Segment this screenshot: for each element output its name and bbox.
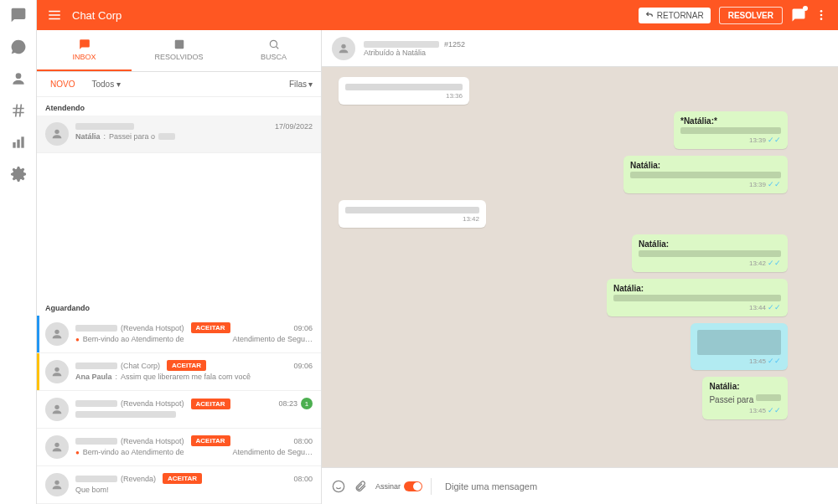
msg-sender: Natália: <box>630 161 781 170</box>
svg-rect-8 <box>174 40 184 49</box>
conv-preview: Bem-vindo ao Atendimento de <box>83 335 184 343</box>
queue-stripe <box>37 316 39 352</box>
contacts-icon[interactable] <box>10 70 27 87</box>
check-icon: ✓✓ <box>768 259 781 267</box>
msg-time: 13:45 <box>749 407 766 414</box>
avatar <box>45 360 69 383</box>
conv-agent: Natália <box>75 132 101 141</box>
conv-time: 08:00 <box>293 437 313 445</box>
ticket-number: #1252 <box>444 40 465 49</box>
more-icon[interactable] <box>815 8 828 22</box>
msg-time: 13:44 <box>749 304 766 311</box>
filter-all-label: Todos <box>91 80 114 89</box>
check-icon: ✓✓ <box>768 180 781 188</box>
composer: Assinar <box>322 467 838 504</box>
svg-point-12 <box>54 368 59 372</box>
svg-point-15 <box>54 481 59 485</box>
return-button[interactable]: RETORNAR <box>639 8 711 23</box>
messages: 13:36 *Natália:* 13:39✓✓ Natália: 13:39✓… <box>322 67 838 467</box>
bot-icon: ● <box>75 449 80 456</box>
svg-point-9 <box>270 40 277 47</box>
conversation-item[interactable]: (Revenda)ACEITAR 08:00 Que bom! <box>37 466 321 504</box>
avatar <box>45 322 69 346</box>
filter-queues-label: Filas <box>289 80 307 89</box>
stats-icon[interactable] <box>10 134 27 151</box>
conversation-item[interactable]: 17/09/2022 Natália: Passei para o <box>37 116 321 153</box>
conv-preview: Assim que liberarem me fala com você <box>121 373 251 381</box>
chat-icon[interactable] <box>10 7 27 23</box>
accept-button[interactable]: ACEITAR <box>163 473 202 484</box>
msg-sender: Natália: <box>639 239 781 249</box>
inbox-icon <box>79 39 91 50</box>
conv-preview: Bem-vindo ao Atendimento de <box>83 448 184 456</box>
attach-icon[interactable] <box>354 480 367 493</box>
notification-icon[interactable] <box>791 8 806 23</box>
check-icon: ✓✓ <box>768 357 781 365</box>
message-out: Natália: Passei para 13:45✓✓ <box>702 377 788 419</box>
tab-search[interactable]: BUSCA <box>226 30 321 71</box>
message-input[interactable] <box>440 476 828 496</box>
hash-icon[interactable] <box>10 102 27 119</box>
conversation-item[interactable]: (Revenda Hotspot)ACEITAR 08:00 ●Bem-vind… <box>37 429 321 466</box>
blurred-name <box>75 123 134 130</box>
svg-point-14 <box>54 443 59 447</box>
chat-panel: #1252 Atribuído à Natália 13:36 *Natália… <box>322 30 838 504</box>
check-icon: ✓✓ <box>768 406 781 414</box>
bot-icon: ● <box>75 336 80 343</box>
hamburger-icon[interactable] <box>47 8 62 23</box>
conv-body: 17/09/2022 Natália: Passei para o <box>75 122 313 146</box>
msg-sender: *Natália:* <box>680 116 781 126</box>
tab-resolved-label: RESOLVIDOS <box>155 53 204 61</box>
conv-agent: Ana Paula <box>75 373 112 381</box>
page-title: Chat Corp <box>72 9 639 22</box>
avatar[interactable] <box>332 37 355 60</box>
avatar <box>45 398 69 421</box>
emoji-icon[interactable] <box>332 480 345 493</box>
accept-button[interactable]: ACEITAR <box>191 322 230 333</box>
conversation-panel: INBOX RESOLVIDOS BUSCA NOVO Todos ▾ Fila… <box>37 30 322 504</box>
sign-toggle[interactable]: Assinar <box>375 481 422 491</box>
check-icon: ✓✓ <box>768 136 781 144</box>
msg-sender: Natália: <box>613 284 781 293</box>
filter-queues[interactable]: Filas ▾ <box>289 80 313 89</box>
tab-inbox[interactable]: INBOX <box>37 30 132 71</box>
check-icon: ✓✓ <box>768 303 781 311</box>
toggle-switch[interactable] <box>404 481 422 491</box>
message-out: 13:45✓✓ <box>691 323 788 370</box>
app-root: Chat Corp RETORNAR RESOLVER <box>0 0 838 504</box>
msg-time: 13:42 <box>345 215 479 223</box>
resolve-button[interactable]: RESOLVER <box>719 7 783 24</box>
search-icon <box>268 39 280 50</box>
conv-time: 17/09/2022 <box>275 122 313 131</box>
nav-rail <box>0 0 37 504</box>
conv-source: (Revenda Hotspot) <box>121 399 184 408</box>
conversation-item[interactable]: (Chat Corp)ACEITAR 09:06 Ana Paula: Assi… <box>37 353 321 391</box>
svg-point-5 <box>820 10 823 13</box>
svg-point-0 <box>15 73 21 79</box>
filter-all[interactable]: Todos ▾ <box>86 77 125 91</box>
assigned-label: Atribuído à Natália <box>364 49 828 57</box>
tab-resolved[interactable]: RESOLVIDOS <box>132 30 226 71</box>
unread-badge: 1 <box>301 398 313 409</box>
conv-source: (Revenda Hotspot) <box>121 324 184 332</box>
accept-button[interactable]: ACEITAR <box>167 360 206 371</box>
conv-preview: Que bom! <box>75 486 313 494</box>
conv-source: (Revenda) <box>121 475 156 483</box>
chat-contact: #1252 <box>364 40 828 49</box>
message-out: Natália: 13:42✓✓ <box>632 234 788 272</box>
section-attending: Atendendo <box>37 97 321 116</box>
svg-point-7 <box>820 18 823 20</box>
gear-icon[interactable] <box>10 166 27 183</box>
conversation-item[interactable]: (Revenda Hotspot)ACEITAR 08:231 <box>37 391 321 429</box>
filter-bar: NOVO Todos ▾ Filas ▾ <box>37 72 321 97</box>
accept-button[interactable]: ACEITAR <box>191 399 230 409</box>
accept-button[interactable]: ACEITAR <box>191 435 230 446</box>
whatsapp-icon[interactable] <box>10 39 27 55</box>
svg-point-11 <box>54 330 59 334</box>
conversation-item[interactable]: (Revenda Hotspot)ACEITAR 09:06 ●Bem-vind… <box>37 316 321 353</box>
msg-time: 13:42 <box>749 260 766 267</box>
conv-preview: Passei para o <box>109 132 155 141</box>
msg-text: Passei para <box>709 395 753 404</box>
filter-new[interactable]: NOVO <box>45 77 80 91</box>
check-icon <box>173 39 185 50</box>
